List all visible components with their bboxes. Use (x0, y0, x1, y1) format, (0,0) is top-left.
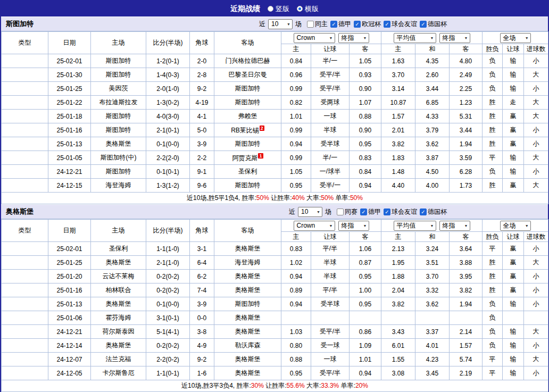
odds-time-select[interactable]: 终指▼ (338, 221, 369, 231)
checkbox-icon[interactable]: ✓ (420, 208, 427, 215)
date-cell: 25-01-05 (48, 151, 91, 165)
avg-time-select[interactable]: 终指▼ (439, 221, 470, 231)
handicap-line-cell: 半/一 (311, 151, 350, 165)
odds-time-select[interactable]: 终指▼ (338, 33, 369, 43)
date-cell: 25-01-22 (48, 96, 91, 110)
scope-select[interactable]: 全场▼ (500, 221, 531, 231)
checkbox-icon[interactable]: ✓ (360, 208, 367, 215)
corner-cell: 2-8 (190, 68, 214, 82)
avg-home-cell: 2.01 (381, 123, 415, 137)
match-row: 球会友谊25-01-05斯图加特(中)2-2(2-0)2-2阿贾克斯10.99半… (2, 151, 548, 165)
layout-radio-option[interactable]: 横版 (297, 4, 319, 14)
avg-home-cell: 6.01 (381, 339, 415, 353)
checkbox-icon[interactable]: ✓ (384, 208, 390, 215)
radio-icon[interactable] (268, 6, 273, 12)
handicap-line-cell: 受平/半 (311, 325, 350, 339)
home-odds-cell: 0.96 (281, 68, 311, 82)
home-odds-cell: 0.99 (281, 123, 311, 137)
handicap-line-cell: 半球 (311, 256, 350, 270)
recent-count-select[interactable]: 10▼ (268, 19, 293, 29)
date-cell: 25-01-25 (48, 256, 91, 270)
filter-checkbox[interactable]: ✓欧冠杯 (354, 20, 381, 29)
score-cell: 2-0(1-0) (146, 82, 190, 96)
filter-checkbox[interactable]: ✓德甲 (360, 207, 381, 216)
col-header-corner: 角球 (190, 32, 214, 54)
corner-cell: 9-6 (190, 179, 214, 193)
filter-checkbox[interactable]: 同赛 (337, 207, 357, 216)
checkbox-icon[interactable]: ✓ (354, 21, 361, 28)
league-cell: 德甲 (2, 165, 48, 179)
checkbox-label: 德甲 (338, 20, 351, 29)
home-team-cell: 奥格斯堡 (91, 256, 146, 270)
corner-cell: 9-1 (190, 165, 214, 179)
avg-home-cell: 1.95 (381, 256, 415, 270)
filter-checkbox[interactable]: ✓球会友谊 (384, 20, 417, 29)
checkbox-label: 欧冠杯 (362, 20, 381, 29)
match-row: 德甲25-01-13奥格斯堡0-1(0-0)3-9斯图加特0.94受半球0.95… (2, 137, 548, 151)
result-cell: 胜 (483, 256, 503, 270)
checkbox-icon[interactable]: ✓ (384, 21, 390, 28)
home-odds-cell: 0.88 (281, 353, 311, 366)
goals-result-cell: 小 (524, 339, 548, 353)
checkbox-icon[interactable] (337, 208, 344, 215)
goals-result-cell: 小 (524, 270, 548, 283)
checkbox-icon[interactable]: ✓ (420, 21, 427, 28)
odds-source-select[interactable]: Crown▼ (294, 33, 335, 43)
avg-dropdown-cell: 平均值▼ 终指▼ (381, 220, 483, 232)
home-odds-cell: 1.01 (281, 110, 311, 123)
corner-cell: 2-2 (190, 151, 214, 165)
radio-icon[interactable] (297, 6, 303, 12)
home-odds-cell: 0.95 (281, 179, 311, 193)
recent-count-select[interactable]: 10▼ (298, 207, 322, 217)
league-cell: 欧冠杯 (2, 68, 48, 82)
away-team-cell: 斯图加特 (214, 179, 281, 193)
away-team-cell: 斯图加特 (214, 297, 281, 311)
home-odds-cell: 1.05 (281, 165, 311, 179)
date-cell: 25-01-13 (48, 297, 91, 311)
league-cell: 德甲 (2, 325, 48, 339)
section-header-stuttgart: 斯图加特 近 10▼ 场 同主✓德甲✓欧冠杯✓球会友谊✓德国杯 (1, 16, 548, 31)
match-row: 德甲25-01-16斯图加特2-1(0-1)5-0RB莱比锡20.99半球0.9… (2, 123, 548, 137)
away-odds-cell: 0.90 (350, 123, 381, 137)
score-cell: 2-1(0-1) (146, 123, 190, 137)
date-cell: 25-01-06 (48, 311, 91, 325)
layout-radio-option[interactable]: 竖版 (268, 4, 289, 14)
result-cell: 负 (483, 165, 503, 179)
results-body: 德甲25-02-01圣保利1-1(1-0)3-1奥格斯堡0.83平/半1.062… (2, 242, 548, 380)
filter-checkbox[interactable]: ✓德国杯 (420, 20, 447, 29)
scope-select[interactable]: 全场▼ (500, 33, 531, 43)
avg-source-select[interactable]: 平均值▼ (394, 33, 436, 43)
handicap-result-cell: 输 (503, 325, 524, 339)
handicap-line-cell: 半/一 (311, 54, 350, 68)
avg-away-cell: 1.23 (450, 96, 483, 110)
summary-segment: 大率: (305, 194, 321, 202)
league-cell: 欧冠杯 (2, 96, 48, 110)
filter-checkbox[interactable]: ✓德甲 (330, 20, 351, 29)
handicap-line-cell: 受一球 (311, 339, 350, 353)
filter-checkbox[interactable]: ✓德国杯 (420, 207, 447, 216)
avg-away-cell: 1.94 (450, 297, 483, 311)
odds-source-select[interactable]: Crown▼ (294, 221, 335, 231)
avg-source-select[interactable]: 平均值▼ (394, 221, 436, 231)
checkbox-icon[interactable] (307, 21, 314, 28)
odds-dropdown-cell: Crown▼ 终指▼ (281, 32, 381, 44)
corner-cell: 9-2 (190, 82, 214, 96)
checkbox-icon[interactable]: ✓ (330, 21, 337, 28)
match-row: 德甲24-12-21斯图加特0-1(0-1)9-1圣保利1.05一/球半0.84… (2, 165, 548, 179)
summary-segment: 50% (321, 194, 334, 202)
col-header-away: 客场 (214, 32, 281, 54)
score-cell: 0-2(0-2) (146, 339, 190, 353)
col-header-type: 类型 (2, 32, 48, 54)
handicap-result-cell: 赢 (503, 110, 524, 123)
filter-checkbox[interactable]: 同主 (307, 20, 328, 29)
away-team-cell: 阿贾克斯1 (214, 151, 281, 165)
avg-time-select[interactable]: 终指▼ (439, 33, 470, 43)
league-cell: 德甲 (2, 137, 48, 151)
league-cell: 德甲 (2, 297, 48, 311)
filter-checkbox[interactable]: ✓球会友谊 (384, 207, 417, 216)
avg-away-cell: 2.49 (450, 68, 483, 82)
result-cell: 胜 (483, 179, 503, 193)
select-value: 10 (271, 20, 278, 28)
corner-cell: 4-19 (190, 96, 214, 110)
away-odds-cell: 0.84 (350, 165, 381, 179)
